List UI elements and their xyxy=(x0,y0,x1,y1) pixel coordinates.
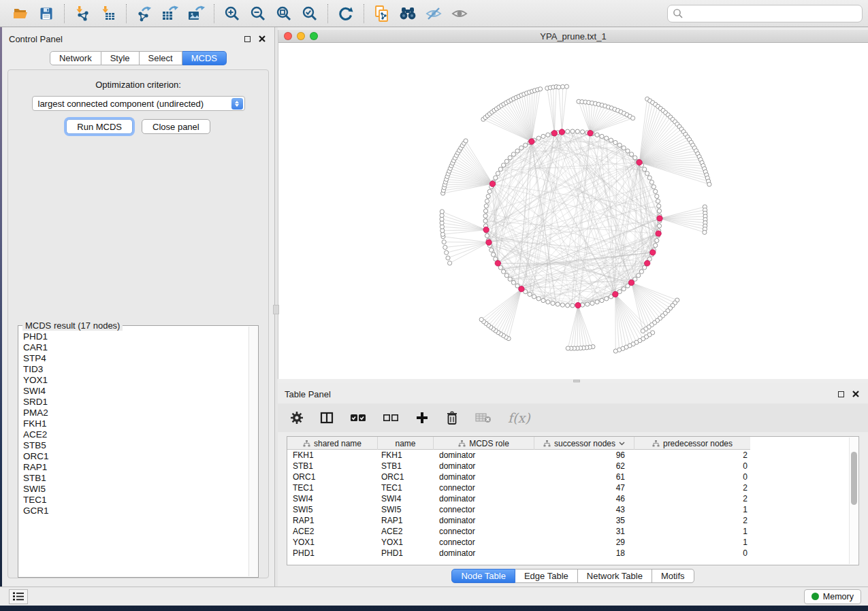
network-node[interactable] xyxy=(446,256,450,260)
network-node[interactable] xyxy=(502,163,506,167)
mcds-result-item[interactable]: STB5 xyxy=(18,440,258,451)
delete-column-button[interactable] xyxy=(445,408,459,428)
table-row[interactable]: FKH1FKH1dominator962 xyxy=(287,450,750,461)
close-panel-button[interactable] xyxy=(850,389,861,399)
network-node[interactable] xyxy=(637,274,641,278)
table-scrollbar[interactable] xyxy=(849,437,858,564)
import-network-button[interactable] xyxy=(69,2,95,25)
export-table-button[interactable] xyxy=(157,2,183,25)
memory-button[interactable]: Memory xyxy=(804,589,861,604)
table-scrollbar-thumb[interactable] xyxy=(851,452,857,505)
network-node[interactable] xyxy=(707,182,711,186)
network-node[interactable] xyxy=(485,199,489,203)
table-row[interactable]: RAP1RAP1dominator352 xyxy=(287,515,750,526)
network-node[interactable] xyxy=(556,302,560,306)
network-node[interactable] xyxy=(600,299,604,303)
mcds-result-item[interactable]: CAR1 xyxy=(18,342,258,353)
zoom-fit-button[interactable] xyxy=(271,2,297,25)
mcds-result-item[interactable]: RAP1 xyxy=(18,462,258,473)
network-node[interactable] xyxy=(546,300,550,304)
deselect-all-columns-button[interactable] xyxy=(383,408,399,428)
column-header-mcds-role[interactable]: MCDS role xyxy=(434,437,534,450)
mcds-dominator-node[interactable] xyxy=(650,250,656,255)
add-column-button[interactable] xyxy=(415,408,429,428)
network-node[interactable] xyxy=(496,171,500,176)
network-node[interactable] xyxy=(566,129,570,133)
network-canvas[interactable] xyxy=(278,43,868,379)
network-node[interactable] xyxy=(524,143,528,147)
network-node[interactable] xyxy=(575,129,579,133)
mcds-dominator-node[interactable] xyxy=(519,286,524,292)
network-node[interactable] xyxy=(464,139,468,143)
select-all-columns-button[interactable] xyxy=(350,408,366,428)
network-node[interactable] xyxy=(519,146,524,150)
network-node[interactable] xyxy=(605,297,609,301)
network-node[interactable] xyxy=(657,224,661,228)
network-node[interactable] xyxy=(541,134,545,138)
show-columns-button[interactable] xyxy=(320,408,334,428)
network-graph[interactable] xyxy=(278,43,868,379)
mcds-dominator-node[interactable] xyxy=(656,231,661,236)
network-node[interactable] xyxy=(484,204,488,208)
network-node[interactable] xyxy=(655,238,659,242)
save-session-button[interactable] xyxy=(33,2,59,25)
network-node[interactable] xyxy=(539,87,543,91)
tab-node-table[interactable]: Node Table xyxy=(451,569,515,583)
network-node[interactable] xyxy=(600,134,604,138)
mcds-result-list[interactable]: PHD1CAR1STP4TID3YOX1SWI4SRD1PMA2FKH1ACE2… xyxy=(18,326,258,577)
network-node[interactable] xyxy=(703,230,707,234)
network-node[interactable] xyxy=(595,300,599,304)
network-node[interactable] xyxy=(483,209,487,213)
mcds-result-item[interactable]: GCR1 xyxy=(18,506,258,516)
splitter-grip-icon[interactable] xyxy=(573,380,580,382)
network-node[interactable] xyxy=(541,299,545,303)
network-node[interactable] xyxy=(448,261,452,265)
table-row[interactable]: ACE2ACE2connector311 xyxy=(287,526,750,537)
tab-edge-table[interactable]: Edge Table xyxy=(515,569,578,583)
tab-mcds[interactable]: MCDS xyxy=(182,51,227,65)
network-node[interactable] xyxy=(570,129,575,133)
network-node[interactable] xyxy=(479,318,483,322)
float-panel-button[interactable] xyxy=(242,34,253,44)
network-node[interactable] xyxy=(494,176,498,180)
tab-network[interactable]: Network xyxy=(50,51,101,65)
network-node[interactable] xyxy=(613,349,617,353)
export-image-button[interactable] xyxy=(183,2,209,25)
network-node[interactable] xyxy=(645,171,649,176)
mcds-dominator-node[interactable] xyxy=(529,139,534,144)
mcds-result-item[interactable]: STB1 xyxy=(18,473,258,484)
mcds-result-item[interactable]: ACE2 xyxy=(18,429,258,440)
network-node[interactable] xyxy=(639,269,643,274)
network-node[interactable] xyxy=(654,244,658,248)
network-node[interactable] xyxy=(504,159,509,163)
network-node[interactable] xyxy=(515,149,519,153)
table-row[interactable]: TEC1TEC1connector472 xyxy=(287,482,750,493)
mcds-dominator-node[interactable] xyxy=(575,303,581,308)
network-node[interactable] xyxy=(590,301,594,306)
import-table-button[interactable] xyxy=(95,2,121,25)
network-node[interactable] xyxy=(483,214,487,218)
network-node[interactable] xyxy=(631,116,635,120)
network-node[interactable] xyxy=(622,146,626,150)
mcds-result-item[interactable]: FKH1 xyxy=(18,418,258,429)
network-node[interactable] xyxy=(595,133,599,137)
table-row[interactable]: ORC1ORC1dominator610 xyxy=(287,472,750,482)
column-header-successor-nodes[interactable]: successor nodes xyxy=(534,437,634,450)
network-node[interactable] xyxy=(566,303,570,308)
column-header-shared-name[interactable]: shared name xyxy=(287,437,378,450)
network-node[interactable] xyxy=(502,269,506,274)
mcds-dominator-node[interactable] xyxy=(588,131,593,136)
mcds-dominator-node[interactable] xyxy=(495,261,500,266)
network-node[interactable] xyxy=(581,130,585,134)
network-node[interactable] xyxy=(557,85,561,89)
table-settings-button[interactable] xyxy=(290,408,304,428)
network-node[interactable] xyxy=(443,245,447,249)
optimization-criterion-select[interactable]: largest connected component (undirected) xyxy=(32,96,245,111)
network-node[interactable] xyxy=(605,136,609,140)
mcds-result-item[interactable]: SWI5 xyxy=(18,484,258,495)
network-node[interactable] xyxy=(442,240,446,244)
network-node[interactable] xyxy=(536,136,541,140)
network-node[interactable] xyxy=(654,189,658,193)
mcds-result-item[interactable]: ORC1 xyxy=(18,451,258,462)
network-node[interactable] xyxy=(440,210,444,214)
